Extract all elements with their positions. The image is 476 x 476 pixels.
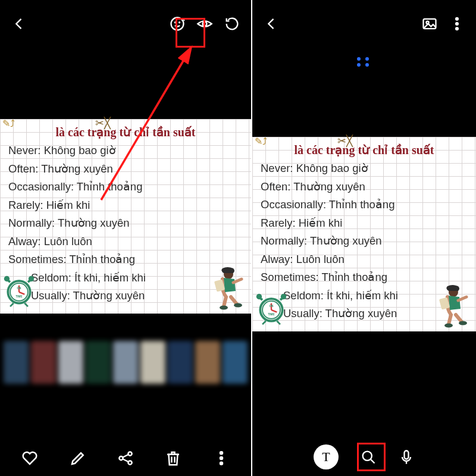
svg-point-47 — [459, 321, 467, 325]
note-line: Alway: Luôn luôn — [261, 250, 468, 269]
svg-point-3 — [203, 22, 207, 26]
svg-text:ON: ON — [270, 305, 274, 308]
scissors-deco-icon: ✂︎╳ — [337, 134, 353, 148]
more-icon[interactable] — [449, 15, 465, 32]
note-line: Occasionally: Thỉnh thoảng — [8, 178, 243, 196]
bottom-bar: T — [252, 438, 476, 476]
note-line: Occasionally: Thỉnh thoảng — [261, 196, 468, 214]
note-line: Rarely: Hiếm khi — [261, 214, 468, 233]
note-line: Usually: Thường xuyên — [8, 287, 243, 305]
note-card[interactable]: ✎⤴ ✂︎╳ là các trạng từ chỉ tần suất Neve… — [0, 119, 251, 314]
smile-icon[interactable] — [169, 15, 186, 32]
svg-point-33 — [456, 27, 458, 30]
note-line: Rarely: Hiếm khi — [8, 196, 243, 215]
svg-point-48 — [363, 452, 372, 461]
svg-point-18 — [234, 303, 242, 307]
note-line: Normally: Thường xuyên — [261, 232, 468, 250]
svg-line-41 — [277, 321, 280, 324]
alarm-clock-icon: ON TIME — [2, 274, 36, 308]
black-gap — [252, 331, 476, 438]
back-icon[interactable] — [11, 15, 27, 32]
note-line: Often: Thường xuyên — [8, 160, 243, 178]
running-person-icon — [209, 267, 249, 310]
running-person-icon — [434, 285, 474, 328]
svg-point-39 — [281, 293, 286, 299]
svg-point-10 — [29, 275, 34, 281]
note-line: Often: Thường xuyên — [261, 178, 468, 196]
svg-rect-50 — [405, 451, 409, 459]
svg-line-23 — [123, 459, 129, 462]
heart-icon[interactable] — [21, 449, 39, 467]
bottom-bar — [0, 440, 251, 476]
black-gap — [0, 314, 251, 337]
svg-line-12 — [24, 303, 28, 306]
note-card[interactable]: ✎⤴ ✂︎╳ là các trạng từ chỉ tần suất Neve… — [252, 137, 476, 331]
text-extract-button[interactable]: T — [314, 444, 339, 469]
phone-screen-left: ✎⤴ ✂︎╳ là các trạng từ chỉ tần suất Neve… — [0, 0, 252, 476]
more-icon[interactable] — [212, 449, 230, 467]
note-line: Never: Không bao giờ — [8, 142, 243, 160]
note-line: Sometimes: Thỉnh thoảng — [8, 250, 243, 269]
svg-point-28 — [220, 462, 223, 465]
note-line: Never: Không bao giờ — [261, 159, 468, 178]
svg-point-38 — [256, 293, 262, 299]
phone-screen-right: ✎⤴ ✂︎╳ là các trạng từ chỉ tần suất Neve… — [252, 0, 476, 476]
thumbnail-strip[interactable] — [0, 337, 251, 389]
svg-line-22 — [123, 455, 129, 458]
note-line: Seldom: Ít khi, hiếm khi — [8, 269, 243, 287]
note-title: là các trạng từ chỉ tần suất — [8, 125, 243, 139]
svg-text:ON: ON — [17, 287, 22, 290]
content-area-right: ✎⤴ ✂︎╳ là các trạng từ chỉ tần suất Neve… — [252, 48, 476, 438]
svg-line-11 — [10, 303, 14, 306]
note-line: Alway: Luôn luôn — [8, 233, 243, 251]
content-area-left: ✎⤴ ✂︎╳ là các trạng từ chỉ tần suất Neve… — [0, 48, 251, 440]
back-icon[interactable] — [263, 15, 280, 32]
svg-point-0 — [171, 18, 184, 30]
svg-point-26 — [220, 452, 223, 454]
svg-point-1 — [175, 22, 176, 23]
note-line: Normally: Thường xuyên — [8, 214, 243, 233]
svg-point-9 — [4, 275, 10, 281]
rotate-icon[interactable] — [224, 15, 240, 32]
svg-line-49 — [371, 459, 374, 463]
svg-point-27 — [220, 457, 223, 459]
svg-point-2 — [179, 22, 180, 23]
svg-text:TIME: TIME — [15, 295, 22, 298]
svg-point-17 — [220, 305, 228, 309]
image-icon[interactable] — [421, 15, 438, 32]
alarm-clock-icon: ON TIME — [255, 292, 288, 325]
note-title: là các trạng từ chỉ tần suất — [261, 143, 468, 157]
share-icon[interactable] — [117, 449, 134, 467]
svg-text:TIME: TIME — [268, 313, 274, 316]
svg-point-31 — [456, 18, 458, 20]
trash-icon[interactable] — [164, 449, 182, 467]
top-bar — [0, 0, 251, 48]
svg-point-32 — [456, 23, 458, 25]
eye-icon[interactable] — [196, 15, 213, 32]
bird-deco-icon: ✎⤴ — [255, 136, 267, 147]
pencil-icon[interactable] — [69, 449, 87, 467]
scissors-deco-icon: ✂︎╳ — [95, 117, 111, 130]
note-line: Sometimes: Thỉnh thoảng — [261, 268, 468, 287]
mic-icon[interactable] — [398, 449, 415, 465]
bird-deco-icon: ✎⤴ — [2, 118, 15, 129]
top-bar — [252, 0, 476, 48]
search-icon[interactable] — [360, 449, 377, 465]
svg-point-46 — [444, 323, 453, 327]
svg-line-40 — [262, 321, 266, 324]
